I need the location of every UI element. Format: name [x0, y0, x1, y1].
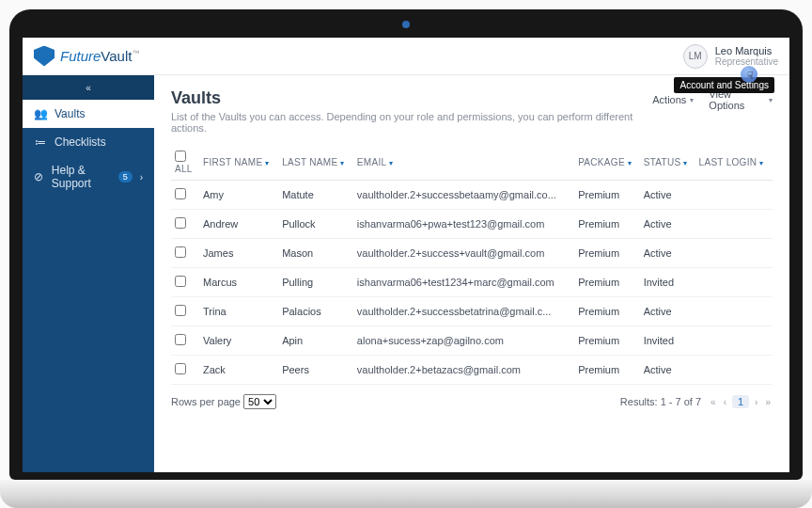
- table-row[interactable]: ValeryApinalona+sucess+zap@agilno.comPre…: [171, 326, 773, 356]
- cell-last-login: [695, 239, 773, 268]
- cell-status: Invited: [640, 326, 695, 356]
- cell-last-name: Mason: [278, 239, 353, 268]
- table-row[interactable]: TrinaPalaciosvaultholder.2+successbetatr…: [171, 297, 773, 326]
- table-row[interactable]: AmyMatutevaultholder.2+successbetaamy@gm…: [171, 181, 773, 210]
- cell-first-name: Valery: [199, 326, 278, 356]
- brand-text: FutureVault™: [60, 48, 139, 64]
- main-content: Vaults List of the Vaults you can access…: [154, 75, 789, 472]
- cell-email: vaultholder.2+successbetaamy@gmail.co...: [353, 181, 574, 210]
- cell-email: ishanvarma06+test1234+marc@gmail.com: [353, 268, 574, 297]
- cell-package: Premium: [574, 297, 640, 326]
- cell-last-name: Pullock: [278, 210, 353, 239]
- select-all-checkbox[interactable]: [175, 151, 186, 162]
- table-row[interactable]: ZackPeersvaultholder.2+betazacs@gmail.co…: [171, 356, 773, 385]
- nav-icon: ≔: [34, 135, 47, 149]
- rows-per-page-select[interactable]: 50: [243, 394, 276, 409]
- table-row[interactable]: JamesMasonvaultholder.2+success+vault@gm…: [171, 239, 773, 268]
- cell-first-name: Andrew: [199, 210, 278, 239]
- pager-last[interactable]: »: [763, 397, 773, 407]
- vaults-table: ALL FIRST NAME▾ LAST NAME▾ EMAIL▾ PACKAG…: [171, 145, 773, 385]
- cell-package: Premium: [574, 268, 640, 297]
- pager-next[interactable]: ›: [753, 397, 759, 407]
- cell-package: Premium: [574, 326, 640, 356]
- col-status[interactable]: STATUS▾: [640, 145, 695, 181]
- cell-last-name: Pulling: [278, 268, 353, 297]
- sort-icon: ▾: [628, 159, 632, 167]
- chevron-down-icon: ▾: [690, 96, 694, 104]
- row-checkbox[interactable]: [175, 276, 186, 287]
- cell-status: Active: [640, 297, 695, 326]
- cell-last-name: Peers: [278, 356, 353, 385]
- cell-first-name: Trina: [199, 297, 278, 326]
- sort-icon: ▾: [265, 159, 269, 167]
- table-row[interactable]: AndrewPullockishanvarma06+pwa+test123@gm…: [171, 210, 773, 239]
- brand-logo[interactable]: FutureVault™: [34, 46, 139, 67]
- sort-icon: ▾: [683, 159, 687, 167]
- cell-last-login: [695, 210, 773, 239]
- cell-status: Active: [640, 181, 695, 210]
- cell-package: Premium: [574, 181, 640, 210]
- results-count: Results: 1 - 7 of 7: [620, 396, 701, 407]
- shield-icon: [34, 46, 55, 67]
- cell-first-name: Amy: [199, 181, 278, 210]
- sidebar-item-label: Help & Support: [52, 164, 111, 190]
- col-last-login[interactable]: LAST LOGIN▾: [695, 145, 773, 181]
- laptop-base: [0, 480, 812, 508]
- cell-email: alona+sucess+zap@agilno.com: [353, 326, 574, 356]
- chevron-down-icon: ▾: [769, 96, 773, 104]
- page-subtitle: List of the Vaults you can access. Depen…: [171, 111, 652, 134]
- cell-last-name: Palacios: [278, 297, 353, 326]
- cell-last-login: [695, 326, 773, 356]
- cell-last-name: Apin: [278, 326, 353, 356]
- row-checkbox[interactable]: [175, 305, 186, 316]
- table-row[interactable]: MarcusPullingishanvarma06+test1234+marc@…: [171, 268, 773, 297]
- sidebar-item-vaults[interactable]: 👥Vaults: [23, 100, 154, 128]
- cell-first-name: James: [199, 239, 278, 268]
- sidebar-item-label: Checklists: [55, 135, 106, 149]
- account-menu[interactable]: LM Leo Marquis Representative: [683, 44, 778, 69]
- cell-email: vaultholder.2+success+vault@gmail.com: [353, 239, 574, 268]
- row-checkbox[interactable]: [175, 246, 186, 258]
- sidebar-item-checklists[interactable]: ≔Checklists: [23, 128, 154, 156]
- user-name: Leo Marquis: [715, 45, 778, 56]
- pager-first[interactable]: «: [709, 397, 718, 407]
- page-title: Vaults: [171, 88, 652, 108]
- cell-last-name: Matute: [278, 181, 353, 210]
- row-checkbox[interactable]: [175, 363, 186, 374]
- col-first-name[interactable]: FIRST NAME▾: [199, 145, 278, 181]
- cell-package: Premium: [574, 356, 640, 385]
- nav-icon: 👥: [34, 107, 47, 120]
- cell-last-login: [695, 356, 773, 385]
- cell-last-login: [695, 268, 773, 297]
- sidebar-item-label: Vaults: [55, 107, 85, 120]
- cell-package: Premium: [574, 239, 640, 268]
- pager-prev[interactable]: ‹: [722, 397, 728, 407]
- row-checkbox[interactable]: [175, 334, 186, 345]
- sidebar-item-help-support[interactable]: ⊘Help & Support5›: [23, 156, 154, 198]
- cell-last-login: [695, 181, 773, 210]
- cell-email: ishanvarma06+pwa+test123@gmail.com: [353, 210, 574, 239]
- cell-first-name: Marcus: [199, 268, 278, 297]
- col-package[interactable]: PACKAGE▾: [574, 145, 640, 181]
- chevron-left-icon: «: [86, 83, 91, 93]
- cell-status: Invited: [640, 268, 695, 297]
- col-last-name[interactable]: LAST NAME▾: [278, 145, 353, 181]
- cell-last-login: [695, 297, 773, 326]
- cell-status: Active: [640, 210, 695, 239]
- cell-package: Premium: [574, 210, 640, 239]
- account-tooltip: Account and Settings: [674, 77, 774, 93]
- app-header: FutureVault™ LM Leo Marquis Representati…: [23, 38, 789, 75]
- sort-icon: ▾: [340, 159, 344, 167]
- col-email[interactable]: EMAIL▾: [353, 145, 574, 181]
- chevron-right-icon: ›: [140, 172, 143, 183]
- pointer-cursor-icon: ☟: [747, 70, 754, 82]
- avatar: LM: [683, 44, 708, 69]
- pager-current: 1: [732, 395, 749, 408]
- sort-icon: ▾: [389, 159, 393, 167]
- row-checkbox[interactable]: [175, 188, 186, 199]
- row-checkbox[interactable]: [175, 217, 186, 229]
- rows-per-page: Rows per page 50: [171, 394, 276, 409]
- sidebar: « 👥Vaults≔Checklists⊘Help & Support5›: [23, 75, 154, 472]
- col-all: ALL: [175, 164, 193, 174]
- sidebar-collapse-button[interactable]: «: [23, 75, 154, 100]
